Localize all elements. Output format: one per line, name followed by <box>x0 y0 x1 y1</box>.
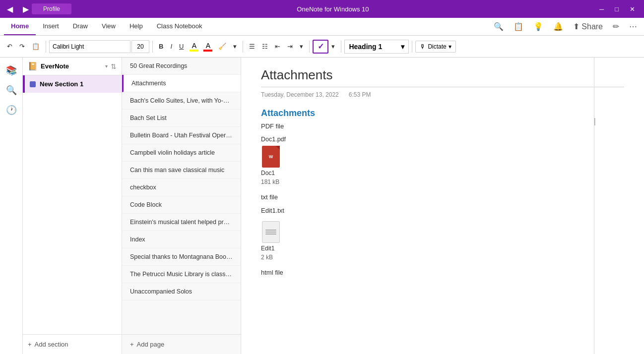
notebook-panel: 📔 EverNote ▾ ⇅ New Section 1 + Add secti… <box>23 58 122 354</box>
pdf-icon-text: W <box>269 154 273 159</box>
profile-button[interactable]: Profile <box>32 3 71 14</box>
notebook-header[interactable]: 📔 EverNote ▾ ⇅ <box>23 58 122 75</box>
highlight-button[interactable]: A <box>188 41 200 53</box>
main-layout: 📚 🔍 🕐 📔 EverNote ▾ ⇅ New Section 1 + Add… <box>0 58 644 354</box>
checkbox-dropdown[interactable]: ▾ <box>328 41 338 52</box>
txt-icon-body <box>262 221 280 243</box>
file1-size: 181 kB <box>261 178 624 185</box>
checkbox-area: ✓ ▾ <box>313 40 338 54</box>
page-item-petrucci[interactable]: The Petrucci Music Library is classical.… <box>122 266 241 283</box>
add-page-label: Add page <box>137 341 165 348</box>
sidebar-icons: 📚 🔍 🕐 <box>0 58 23 354</box>
tab-home[interactable]: Home <box>4 18 36 35</box>
dictate-dropdown-icon: ▾ <box>449 43 451 50</box>
font-family-input[interactable] <box>49 40 130 53</box>
add-section-button[interactable]: + Add section <box>23 334 122 354</box>
font-size-input[interactable] <box>131 40 149 53</box>
page-item-checkbox[interactable]: checkbox <box>122 179 241 196</box>
file2-icon-container[interactable]: Edit1 <box>261 220 624 252</box>
sep5 <box>341 41 341 53</box>
file1-label: Doc1 <box>261 170 275 177</box>
page-item-bulletin[interactable]: Bulletin Board - Utah Festival Opera -..… <box>122 127 241 144</box>
pen-icon[interactable]: ✏ <box>610 20 622 33</box>
immersive-reader-icon[interactable]: 📋 <box>511 20 526 33</box>
page-item-unaccompanied[interactable]: Unaccompanied Solos <box>122 283 241 300</box>
tab-help[interactable]: Help <box>123 18 150 35</box>
add-section-plus-icon: + <box>28 341 32 348</box>
toolbar: ↶ ↷ 📋 B I U A A 🧹 ▾ ☰ ☷ ⇤ ⇥ ▾ ✓ ▾ Headin… <box>0 36 644 58</box>
section-dot <box>30 81 36 87</box>
sort-button[interactable]: ⇅ <box>111 62 117 70</box>
margin-line <box>594 58 594 354</box>
page-item-special-thanks[interactable]: Special thanks to Montagnana Books... <box>122 248 241 266</box>
page-item-50-great[interactable]: 50 Great Recordings <box>122 58 241 75</box>
indent-decrease-button[interactable]: ⇤ <box>272 41 283 52</box>
file2-size: 2 kB <box>261 254 624 261</box>
history-icon[interactable]: 🕐 <box>2 101 20 119</box>
search-notes-icon[interactable]: 🔍 <box>491 20 507 33</box>
txt-file-label: txt file <box>261 193 624 201</box>
app-title: OneNote for Windows 10 <box>71 5 594 13</box>
format-dropdown[interactable]: ▾ <box>230 41 240 52</box>
back-button[interactable]: ◀ <box>4 2 16 16</box>
close-button[interactable]: ✕ <box>625 3 640 15</box>
heading-dropdown-icon: ▾ <box>401 43 404 51</box>
indent-increase-button[interactable]: ⇥ <box>284 41 296 52</box>
page-item-einstein[interactable]: Einstein's musical talent helped prop... <box>122 214 241 231</box>
paste-button[interactable]: 📋 <box>29 41 43 52</box>
section-new-section-1[interactable]: New Section 1 <box>23 75 122 93</box>
pdf-file-icon[interactable]: W <box>261 145 281 169</box>
txt-line-2 <box>265 232 276 233</box>
add-page-button[interactable]: + Add page <box>122 334 241 354</box>
heading-dropdown[interactable]: Heading 1 ▾ <box>344 40 409 54</box>
ribbon-tabs: Home Insert Draw View Help Class Noteboo… <box>0 18 644 36</box>
page-item-can-this-man[interactable]: Can this man save classical music <box>122 162 241 179</box>
add-section-label: Add section <box>35 341 68 348</box>
file1-icon-container[interactable]: W Doc1 <box>261 145 624 177</box>
list-dropdown[interactable]: ▾ <box>297 41 306 52</box>
txt-file-icon[interactable] <box>261 220 281 244</box>
tab-draw[interactable]: Draw <box>66 18 95 35</box>
ideas-icon[interactable]: 💡 <box>530 20 546 33</box>
tab-class-notebook[interactable]: Class Notebook <box>150 18 209 35</box>
page-item-bach-cello[interactable]: Bach's Cello Suites, Live, with Yo-Yo Ma <box>122 92 241 110</box>
sep3 <box>243 41 243 53</box>
numbered-list-button[interactable]: ☷ <box>259 41 271 52</box>
minimize-button[interactable]: ─ <box>594 3 609 15</box>
notebook-name: EverNote <box>41 62 102 70</box>
undo-button[interactable]: ↶ <box>4 41 15 52</box>
redo-button[interactable]: ↷ <box>16 41 28 52</box>
tab-view[interactable]: View <box>95 18 123 35</box>
notifications-icon[interactable]: 🔔 <box>550 20 566 33</box>
txt-line-1 <box>265 230 276 231</box>
italic-button[interactable]: I <box>167 41 175 52</box>
sep4 <box>309 41 310 53</box>
titlebar-nav: ◀ ▶ <box>4 2 32 16</box>
heading-label: Heading 1 <box>349 43 382 51</box>
titlebar: ◀ ▶ Profile OneNote for Windows 10 ─ □ ✕ <box>0 0 644 18</box>
page-item-campbell[interactable]: Campbell violin holidays article <box>122 144 241 162</box>
forward-button[interactable]: ▶ <box>20 2 32 16</box>
file2-name-label: Edit1.txt <box>261 207 624 214</box>
bullet-list-button[interactable]: ☰ <box>246 41 258 52</box>
more-options-icon[interactable]: ⋯ <box>626 20 640 33</box>
page-item-index[interactable]: Index <box>122 231 241 248</box>
page-item-bach-set[interactable]: Bach Set List <box>122 110 241 127</box>
clear-format-button[interactable]: 🧹 <box>215 41 229 52</box>
check-mark: ✓ <box>318 42 324 51</box>
dictate-button[interactable]: 🎙 Dictate ▾ <box>415 41 455 53</box>
maximize-button[interactable]: □ <box>610 3 624 15</box>
page-meta: Tuesday, December 13, 2022 6:53 PM <box>261 91 624 98</box>
bold-button[interactable]: B <box>156 41 166 52</box>
share-button[interactable]: ⬆ Share <box>570 20 606 33</box>
page-item-attachments[interactable]: Attachments <box>122 75 241 92</box>
search-icon[interactable]: 🔍 <box>2 81 20 99</box>
tab-insert[interactable]: Insert <box>36 18 66 35</box>
font-color-button[interactable]: A <box>201 41 214 53</box>
sep1 <box>46 41 46 53</box>
checkbox-button[interactable]: ✓ <box>313 40 328 54</box>
pages-panel: 50 Great Recordings Attachments Bach's C… <box>122 58 241 354</box>
page-item-code-block[interactable]: Code Block <box>122 196 241 214</box>
underline-button[interactable]: U <box>176 41 187 52</box>
notebooks-icon[interactable]: 📚 <box>2 61 20 79</box>
